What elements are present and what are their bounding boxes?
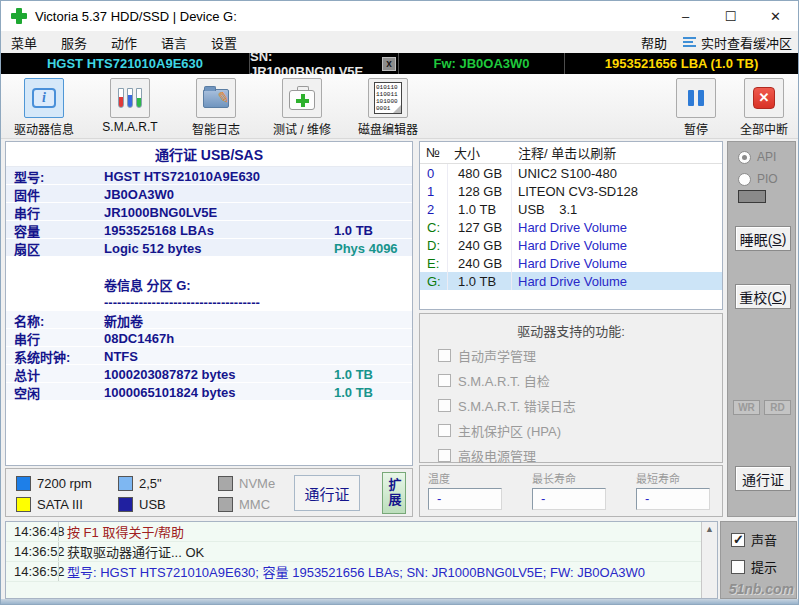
device-serial: SN: JR1000BNG0LV5E bbox=[250, 53, 380, 74]
right-sidebar: API PIO 睡眠(S) 重校(C) WR RD 通行证 bbox=[727, 141, 796, 517]
menu-service[interactable]: 服务 bbox=[49, 33, 99, 52]
passport-header: 通行证 USB/SAS bbox=[6, 142, 412, 167]
scroll-up-arrow[interactable]: ▲ bbox=[702, 522, 717, 537]
max-life-field[interactable]: - bbox=[532, 488, 606, 510]
field-value: HGST HTS721010A9E630 bbox=[104, 169, 334, 184]
recalibrate-button[interactable]: 重校(C) bbox=[735, 284, 791, 309]
log-entry: 14:36:52获取驱动器通行证... OK bbox=[6, 542, 717, 562]
field-label: 容量 bbox=[6, 221, 104, 240]
menu-settings[interactable]: 设置 bbox=[199, 33, 249, 52]
device-firmware: Fw: JB0OA3W0 bbox=[399, 53, 564, 74]
temperature-field[interactable]: - bbox=[428, 488, 502, 510]
menu-actions[interactable]: 动作 bbox=[99, 33, 149, 52]
yellow-chip bbox=[16, 497, 31, 512]
watermark: 51nb.com bbox=[729, 581, 794, 597]
feature-aam: 自动声学管理 bbox=[438, 346, 722, 365]
checkbox-unchecked[interactable] bbox=[438, 449, 451, 462]
field-value: 08DC1467h bbox=[104, 331, 334, 346]
checkbox-unchecked[interactable] bbox=[438, 424, 451, 437]
legend-usb: USB bbox=[118, 497, 166, 512]
test-repair-button[interactable]: 测试 / 维修 bbox=[259, 74, 345, 138]
table-header[interactable]: №大小注释/ 单击以刷新 bbox=[420, 142, 722, 164]
field-value: Logic 512 bytes bbox=[104, 241, 334, 256]
activity-indicator bbox=[738, 190, 766, 203]
passport-panel: 通行证 USB/SAS 型号:HGST HTS721010A9E630 固件JB… bbox=[5, 141, 413, 466]
field-value: 新加卷 bbox=[104, 311, 334, 330]
smart-log-button[interactable]: ✎ 智能日志 bbox=[173, 74, 259, 138]
device-close-button[interactable]: x bbox=[382, 57, 396, 71]
close-button[interactable]: ✕ bbox=[753, 1, 798, 31]
api-radio-row: API bbox=[738, 150, 795, 164]
table-row-drive2[interactable]: 21.0 TBUSB 3.1 bbox=[420, 200, 722, 218]
lightblue-chip bbox=[118, 476, 133, 491]
test-tubes-icon bbox=[118, 88, 142, 108]
field-extra: 1.0 TB bbox=[334, 385, 412, 400]
pio-radio[interactable] bbox=[738, 173, 751, 186]
table-row-volume-g-selected[interactable]: G:1.0 TBHard Drive Volume bbox=[420, 272, 722, 290]
field-value: 1000065101824 bytes bbox=[104, 385, 334, 400]
list-icon bbox=[683, 37, 696, 47]
menu-help[interactable]: 帮助 bbox=[627, 33, 681, 52]
field-label: 串行 bbox=[6, 203, 104, 222]
device-lba: 1953521656 LBA (1.0 TB) bbox=[565, 53, 798, 74]
field-value: JB0OA3W0 bbox=[104, 187, 334, 202]
table-row-volume-d[interactable]: D:240 GBHard Drive Volume bbox=[420, 236, 722, 254]
drive-list-table: №大小注释/ 单击以刷新 0480 GBUNIC2 S100-480 1128 … bbox=[419, 141, 723, 310]
minimize-button[interactable]: – bbox=[663, 1, 708, 31]
field-value: 1000203087872 bytes bbox=[104, 367, 334, 382]
tips-option: 提示 bbox=[731, 557, 796, 576]
menu-main[interactable]: 菜单 bbox=[1, 33, 49, 52]
abort-all-button[interactable]: ✕ 全部中断 bbox=[730, 74, 798, 138]
sidebar-passport-button[interactable]: 通行证 bbox=[735, 466, 791, 491]
field-label: 系统时钟: bbox=[6, 347, 104, 366]
checkbox-unchecked[interactable] bbox=[438, 349, 451, 362]
pause-icon bbox=[688, 90, 704, 106]
title-bar: Victoria 5.37 HDD/SSD | Device G: – ☐ ✕ bbox=[1, 1, 798, 31]
window-bottom-edge bbox=[1, 599, 798, 604]
menu-bar: 菜单 服务 动作 语言 设置 帮助 实时查看缓冲区 bbox=[1, 31, 798, 53]
device-model: HGST HTS721010A9E630 bbox=[1, 53, 249, 74]
table-row-drive1[interactable]: 1128 GBLITEON CV3-SD128 bbox=[420, 182, 722, 200]
field-label: 型号: bbox=[6, 167, 104, 186]
feature-smart-selftest: S.M.A.R.T. 自检 bbox=[438, 371, 722, 390]
sound-checkbox-checked[interactable] bbox=[731, 533, 745, 547]
table-row-volume-e[interactable]: E:240 GBHard Drive Volume bbox=[420, 254, 722, 272]
api-radio[interactable] bbox=[738, 151, 751, 164]
disk-editor-button[interactable]: 010110 110011 101000 0001 磁盘编辑器 bbox=[345, 74, 431, 138]
sound-option: 声音 bbox=[731, 530, 796, 549]
blue-chip bbox=[16, 476, 31, 491]
table-row-drive0[interactable]: 0480 GBUNIC2 S100-480 bbox=[420, 164, 722, 182]
separator-dashes: ------------------------------------ bbox=[104, 295, 334, 310]
window-title: Victoria 5.37 HDD/SSD | Device G: bbox=[35, 9, 237, 24]
rd-button[interactable]: RD bbox=[764, 400, 791, 415]
volume-section-title: 卷信息 分区 G: bbox=[104, 275, 334, 294]
supported-features-panel: 驱动器支持的功能: 自动声学管理 S.M.A.R.T. 自检 S.M.A.R.T… bbox=[419, 313, 723, 463]
navy-chip bbox=[118, 497, 133, 512]
checkbox-unchecked[interactable] bbox=[438, 374, 451, 387]
min-life-field[interactable]: - bbox=[636, 488, 710, 510]
legend-7200rpm: 7200 rpm bbox=[16, 476, 92, 491]
menu-language[interactable]: 语言 bbox=[149, 33, 199, 52]
checkbox-unchecked[interactable] bbox=[438, 399, 451, 412]
pause-button[interactable]: 暂停 bbox=[662, 74, 730, 138]
stat-min-life: 最短寿命 - bbox=[636, 470, 710, 516]
maximize-button[interactable]: ☐ bbox=[708, 1, 753, 31]
sleep-button[interactable]: 睡眠(S) bbox=[735, 226, 791, 251]
buffer-view-button[interactable]: 实时查看缓冲区 bbox=[681, 33, 798, 52]
wr-button[interactable]: WR bbox=[733, 400, 760, 415]
field-label: 串行 bbox=[6, 329, 104, 348]
smart-button[interactable]: S.M.A.R.T bbox=[87, 74, 173, 138]
expand-button[interactable]: 扩展 bbox=[382, 472, 406, 514]
table-row-volume-c[interactable]: C:127 GBHard Drive Volume bbox=[420, 218, 722, 236]
feature-smart-errorlog: S.M.A.R.T. 错误日志 bbox=[438, 396, 722, 415]
field-label: 空闲 bbox=[6, 383, 104, 402]
tips-checkbox-unchecked[interactable] bbox=[731, 560, 745, 574]
binary-page-icon: 010110 110011 101000 0001 bbox=[374, 82, 402, 114]
drive-info-button[interactable]: i 驱动器信息 bbox=[1, 74, 87, 138]
feature-hpa: 主机保护区 (HPA) bbox=[438, 421, 722, 440]
log-scrollbar[interactable]: ▲ bbox=[701, 522, 717, 598]
field-extra: 1.0 TB bbox=[334, 367, 412, 382]
passport-button[interactable]: 通行证 bbox=[294, 475, 360, 511]
stat-max-life: 最长寿命 - bbox=[532, 470, 606, 516]
field-extra: Phys 4096 bbox=[334, 241, 412, 256]
